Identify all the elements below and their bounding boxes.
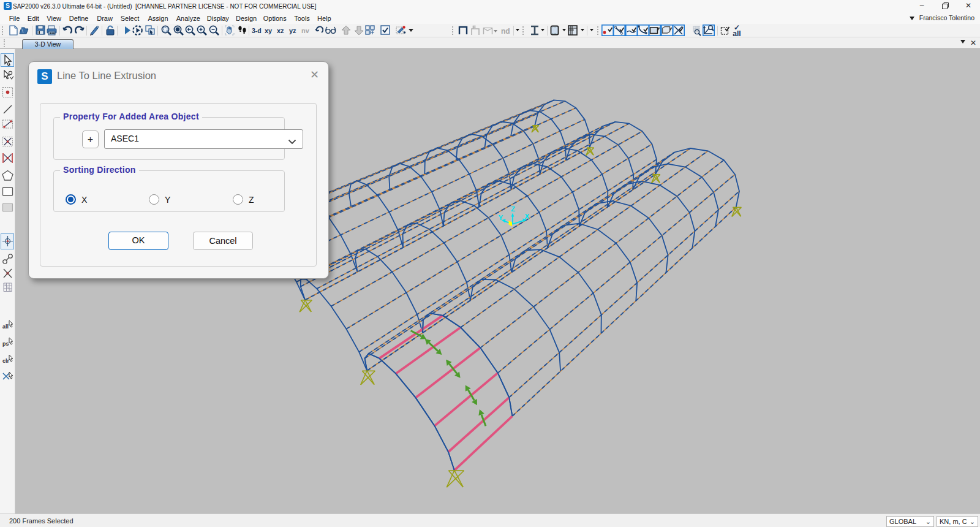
svg-text:Y: Y [499, 214, 503, 221]
svg-text:Z: Z [511, 205, 515, 213]
svg-text:clr: clr [2, 358, 10, 364]
svg-text:all: all [2, 324, 9, 330]
svg-text:X: X [525, 213, 530, 220]
svg-text:ps: ps [2, 341, 9, 347]
